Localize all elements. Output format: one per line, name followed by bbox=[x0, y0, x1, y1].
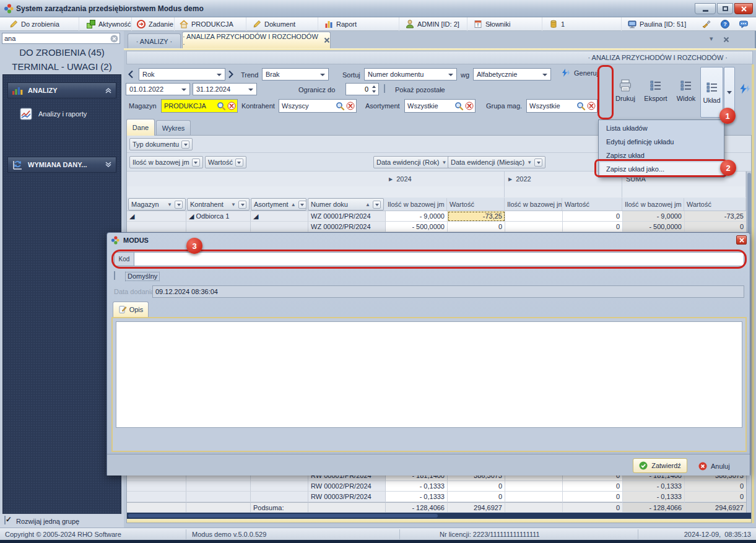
grid-cell[interactable]: 294,6927 bbox=[448, 502, 505, 513]
row-field-kontrahent[interactable]: Kontrahent▼ bbox=[187, 198, 250, 211]
tab-scroll-icon[interactable]: ▾ bbox=[710, 35, 713, 43]
sidebar-item-analizy-i-raporty[interactable]: Analizy i raporty bbox=[7, 105, 116, 123]
limit-input[interactable] bbox=[346, 84, 368, 95]
maximize-button[interactable] bbox=[717, 3, 733, 14]
menu-item-lista-ukladow[interactable]: Lista układów bbox=[600, 121, 723, 135]
lookup-icon[interactable] bbox=[576, 102, 586, 111]
grid-cell[interactable] bbox=[127, 502, 186, 513]
clear-filter-icon[interactable] bbox=[346, 102, 355, 110]
sidebar-group-wymiana-danych[interactable]: WYMIANA DANY... bbox=[7, 157, 116, 173]
field-wartosc[interactable]: Wartość bbox=[205, 156, 246, 168]
spinner-down-icon[interactable] bbox=[372, 90, 376, 93]
grid-cell[interactable] bbox=[127, 481, 186, 492]
grid-cell[interactable]: WZ 00002/PR/2024 bbox=[308, 222, 386, 232]
help-button[interactable]: ? bbox=[717, 18, 733, 30]
sort-select[interactable]: Numer dokumentu bbox=[364, 68, 457, 80]
toolbar-item-baza[interactable]: 1 bbox=[545, 17, 622, 31]
grid-cell[interactable]: ◢ bbox=[127, 211, 186, 222]
notice-terminal-uwagi[interactable]: TERMINAL - UWAGI (2) bbox=[0, 60, 124, 74]
value-header[interactable]: Wartość bbox=[562, 198, 622, 211]
grid-cell[interactable] bbox=[127, 222, 186, 232]
lookup-icon[interactable] bbox=[217, 102, 226, 111]
grid-cell[interactable]: - 9,0000 bbox=[623, 211, 685, 222]
grid-cell[interactable] bbox=[505, 211, 563, 222]
grid-cell[interactable]: 0 bbox=[685, 492, 747, 502]
show-rest-checkbox[interactable] bbox=[384, 84, 385, 93]
close-tab-icon[interactable] bbox=[324, 37, 330, 43]
grid-cell[interactable] bbox=[127, 492, 186, 502]
expand-group-icon[interactable]: ▶ bbox=[508, 176, 512, 182]
grid-cell[interactable]: 0 bbox=[685, 481, 747, 492]
grid-cell[interactable]: WZ 00001/PR/2024 bbox=[308, 211, 386, 222]
grid-cell[interactable] bbox=[251, 222, 308, 232]
field-typ-dokumentu[interactable]: Typ dokumentu bbox=[129, 138, 193, 150]
layout-button[interactable]: Układ bbox=[700, 67, 723, 118]
row-field-asortyment[interactable]: Asortyment▲ bbox=[251, 198, 306, 211]
limit-spinner[interactable] bbox=[345, 83, 379, 95]
field-dropdown-icon[interactable] bbox=[181, 141, 189, 149]
menu-item-zapisz-uklad-jako[interactable]: Zapisz układ jako... bbox=[600, 162, 723, 176]
clear-search-icon[interactable] bbox=[110, 35, 118, 43]
magazyn-field[interactable]: PRODUKCJA bbox=[161, 99, 238, 113]
description-editor[interactable] bbox=[116, 321, 742, 428]
grid-cell[interactable] bbox=[308, 502, 386, 513]
grid-cell[interactable]: 0 bbox=[563, 222, 623, 232]
value-header[interactable]: Wartość bbox=[684, 198, 746, 211]
menu-item-edytuj-definicje[interactable]: Edytuj definicję układu bbox=[600, 135, 723, 149]
tab-analiza-przychodow[interactable]: · ANALIZA PRZYCHODÓW I ROZCHODÓW · bbox=[182, 32, 331, 48]
expand-one-group-checkbox[interactable] bbox=[4, 516, 6, 524]
toolbar-item-raport[interactable]: Raport bbox=[320, 17, 399, 31]
grid-cell[interactable]: - 128,4066 bbox=[623, 502, 685, 513]
group-2024[interactable]: ▶2024 bbox=[385, 172, 505, 186]
row-field-magazyn[interactable]: Magazyn▼ bbox=[128, 198, 186, 211]
grid-cell[interactable]: 0 bbox=[448, 222, 505, 232]
date-from-select[interactable]: 01.01.2022 bbox=[126, 83, 190, 95]
grid-cell[interactable] bbox=[186, 502, 251, 513]
grid-cell[interactable]: 0 bbox=[685, 222, 747, 232]
tab-close-all-icon[interactable] bbox=[723, 37, 729, 43]
default-checkbox[interactable] bbox=[114, 271, 115, 280]
grid-cell[interactable]: 0 bbox=[448, 492, 505, 502]
by-select[interactable]: Alfabetycznie bbox=[473, 68, 551, 80]
clear-filter-icon[interactable] bbox=[465, 102, 474, 110]
tab-analizy[interactable]: · ANALIZY · bbox=[128, 33, 181, 48]
field-dropdown-icon[interactable] bbox=[238, 201, 246, 209]
theme-brush-button[interactable] bbox=[698, 18, 715, 30]
notice-do-zrobienia[interactable]: DO ZROBIENIA (45) bbox=[0, 46, 124, 59]
field-dropdown-icon[interactable] bbox=[373, 201, 381, 209]
value-header[interactable]: Wartość bbox=[447, 198, 505, 211]
asortyment-field[interactable]: Wszystkie bbox=[404, 99, 476, 113]
toolbar-item-zadanie[interactable]: Zadanie bbox=[133, 17, 175, 31]
field-dropdown-icon[interactable] bbox=[534, 159, 542, 167]
grid-cell[interactable]: 0 bbox=[448, 481, 505, 492]
value-header[interactable]: Ilość w bazowej jm bbox=[622, 198, 684, 211]
grid-cell[interactable] bbox=[186, 492, 251, 502]
grid-cell[interactable]: ◢ bbox=[251, 211, 308, 222]
grid-cell[interactable] bbox=[251, 481, 308, 492]
lookup-icon[interactable] bbox=[454, 102, 464, 111]
field-data-ewidencji-miesiac[interactable]: Data ewidencji (Miesiąc)▼ bbox=[448, 156, 545, 168]
cancel-button[interactable]: Anuluj bbox=[698, 459, 748, 473]
grid-cell[interactable]: 0 bbox=[563, 211, 623, 222]
grid-cell[interactable]: - 128,4066 bbox=[386, 502, 448, 513]
grid-cell[interactable] bbox=[505, 481, 563, 492]
date-to-select[interactable]: 31.12.2024 bbox=[193, 83, 257, 95]
field-dropdown-icon[interactable] bbox=[298, 201, 306, 209]
grid-cell[interactable]: RW 00003/PR/2024 bbox=[308, 492, 386, 502]
expand-group-icon[interactable]: ▶ bbox=[389, 176, 393, 182]
tab-opis[interactable]: Opis bbox=[113, 302, 149, 317]
trend-select[interactable]: Brak bbox=[262, 68, 329, 80]
view-button[interactable]: Widok bbox=[672, 68, 700, 113]
grid-cell[interactable] bbox=[251, 492, 308, 502]
tab-dane[interactable]: Dane bbox=[126, 119, 155, 136]
row-field-numer-dokumentu[interactable]: Numer doku▲ bbox=[308, 198, 384, 211]
grid-cell[interactable] bbox=[505, 502, 563, 513]
value-header[interactable]: Ilość w bazowej jm bbox=[385, 198, 447, 211]
toolbar-item-produkcja[interactable]: PRODUKCJA bbox=[175, 17, 246, 31]
grid-cell[interactable]: - 500,0000 bbox=[386, 222, 448, 232]
toolbar-item-dokument[interactable]: Dokument bbox=[248, 17, 318, 31]
grid-cell[interactable]: 0 bbox=[563, 502, 623, 513]
clear-filter-icon[interactable] bbox=[587, 102, 596, 110]
field-ilosc[interactable]: Ilość w bazowej jm bbox=[129, 156, 203, 168]
grid-cell[interactable]: - 9,0000 bbox=[386, 211, 448, 222]
